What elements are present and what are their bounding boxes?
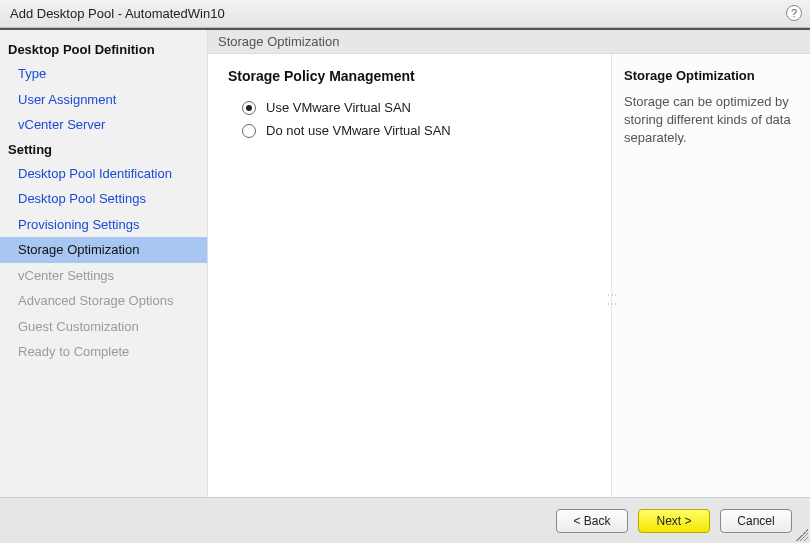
center-content: Storage Policy Management Use VMware Vir…	[208, 54, 612, 497]
next-button[interactable]: Next >	[638, 509, 710, 533]
sidebar-section-definition: Desktop Pool Definition	[0, 38, 207, 61]
sidebar-item-guest-customization: Guest Customization	[0, 314, 207, 340]
sidebar-item-pool-settings[interactable]: Desktop Pool Settings	[0, 186, 207, 212]
help-body: Storage can be optimized by storing diff…	[624, 93, 798, 148]
radio-label-no-vsan: Do not use VMware Virtual SAN	[266, 123, 451, 138]
wizard-footer: < Back Next > Cancel	[0, 497, 810, 543]
sidebar-section-setting: Setting	[0, 138, 207, 161]
resize-grip-icon[interactable]	[796, 529, 808, 541]
help-icon[interactable]: ?	[786, 5, 802, 21]
breadcrumb: Storage Optimization	[208, 30, 810, 54]
back-button[interactable]: < Back	[556, 509, 628, 533]
radio-use-vsan[interactable]: Use VMware Virtual SAN	[242, 100, 591, 115]
sidebar-item-user-assignment[interactable]: User Assignment	[0, 87, 207, 113]
sidebar-item-vcenter-server[interactable]: vCenter Server	[0, 112, 207, 138]
help-heading: Storage Optimization	[624, 68, 798, 83]
sidebar-item-vcenter-settings: vCenter Settings	[0, 263, 207, 289]
sidebar-item-storage-optimization[interactable]: Storage Optimization	[0, 237, 207, 263]
wizard-sidebar: Desktop Pool Definition Type User Assign…	[0, 30, 208, 497]
sidebar-item-provisioning-settings[interactable]: Provisioning Settings	[0, 212, 207, 238]
sidebar-item-ready-complete: Ready to Complete	[0, 339, 207, 365]
radio-icon-selected	[242, 101, 256, 115]
sidebar-item-type[interactable]: Type	[0, 61, 207, 87]
splitter-handle[interactable]: ⋮⋮	[610, 290, 614, 308]
main-panel: Storage Optimization Storage Policy Mana…	[208, 30, 810, 497]
radio-label-use-vsan: Use VMware Virtual SAN	[266, 100, 411, 115]
help-panel: Storage Optimization Storage can be opti…	[612, 54, 810, 497]
sidebar-item-pool-identification[interactable]: Desktop Pool Identification	[0, 161, 207, 187]
cancel-button[interactable]: Cancel	[720, 509, 792, 533]
policy-heading: Storage Policy Management	[228, 68, 591, 84]
sidebar-item-advanced-storage: Advanced Storage Options	[0, 288, 207, 314]
title-bar: Add Desktop Pool - AutomatedWin10 ?	[0, 0, 810, 28]
radio-icon-unselected	[242, 124, 256, 138]
window-title: Add Desktop Pool - AutomatedWin10	[10, 6, 225, 21]
radio-no-vsan[interactable]: Do not use VMware Virtual SAN	[242, 123, 591, 138]
